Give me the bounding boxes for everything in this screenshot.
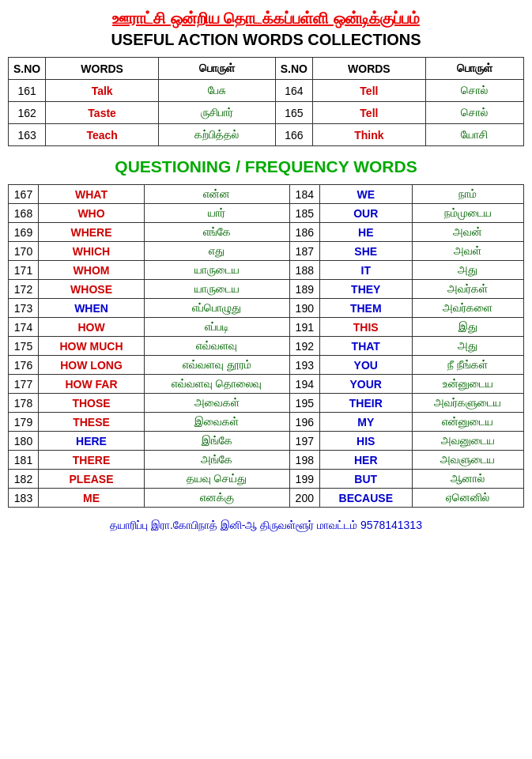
freq-sno-right: 195 <box>289 394 319 413</box>
freq-word-left: WHERE <box>39 223 145 242</box>
action-table-row: 161 Talk பேசு 164 Tell சொல் <box>9 80 524 102</box>
freq-table-row: 174 HOW எப்படி 191 THIS இது <box>9 318 524 337</box>
freq-meaning-left: இங்கே <box>145 432 290 451</box>
freq-word-right: HIS <box>319 432 412 451</box>
action-meaning-right: சொல் <box>425 102 523 124</box>
freq-table-row: 173 WHEN எப்பொழுது 190 THEM அவர்களை <box>9 299 524 318</box>
col-meaning-1: பொருள் <box>159 58 276 80</box>
freq-meaning-left: எப்படி <box>145 318 290 337</box>
freq-word-right: SHE <box>319 242 412 261</box>
freq-meaning-left: எவ்வளவு <box>145 337 290 356</box>
freq-sno-left: 181 <box>9 451 39 470</box>
freq-word-right: YOU <box>319 356 412 375</box>
action-meaning-right: யோசி <box>425 124 523 146</box>
freq-word-right: BECAUSE <box>319 489 412 508</box>
freq-meaning-left: எனக்கு <box>145 489 290 508</box>
freq-table-row: 170 WHICH எது 187 SHE அவள் <box>9 242 524 261</box>
action-sno-right: 166 <box>275 124 312 146</box>
action-table-row: 162 Taste ருசிபார் 165 Tell சொல் <box>9 102 524 124</box>
freq-meaning-right: அது <box>412 337 523 356</box>
freq-meaning-right: அவனுடைய <box>412 432 523 451</box>
action-word-left: Talk <box>46 80 159 102</box>
header-english: USEFUL ACTION WORDS COLLECTIONS <box>8 31 524 49</box>
freq-word-left: WHOSE <box>39 280 145 299</box>
freq-word-right: HER <box>319 451 412 470</box>
freq-word-left: HERE <box>39 432 145 451</box>
action-word-left: Teach <box>46 124 159 146</box>
freq-sno-right: 184 <box>289 185 319 204</box>
freq-table-row: 181 THERE அங்கே 198 HER அவளுடைய <box>9 451 524 470</box>
freq-meaning-left: அங்கே <box>145 451 290 470</box>
freq-sno-right: 189 <box>289 280 319 299</box>
freq-table-row: 180 HERE இங்கே 197 HIS அவனுடைய <box>9 432 524 451</box>
freq-word-left: THESE <box>39 413 145 432</box>
freq-meaning-left: எது <box>145 242 290 261</box>
freq-word-left: ME <box>39 489 145 508</box>
footer-text: தயாரிப்பு இரா.கோபிநாத் இனி-ஆ திருவள்ளூர்… <box>8 519 524 532</box>
freq-meaning-left: எப்பொழுது <box>145 299 290 318</box>
freq-sno-left: 182 <box>9 470 39 489</box>
col-sno-1: S.NO <box>9 58 46 80</box>
freq-word-right: HE <box>319 223 412 242</box>
freq-table-row: 169 WHERE எங்கே 186 HE அவன் <box>9 223 524 242</box>
freq-sno-right: 193 <box>289 356 319 375</box>
freq-meaning-left: யாருடைய <box>145 261 290 280</box>
freq-sno-left: 176 <box>9 356 39 375</box>
freq-meaning-left: எவ்வளவு தொலைவு <box>145 375 290 394</box>
freq-meaning-left: தயவு செய்து <box>145 470 290 489</box>
freq-word-right: THEY <box>319 280 412 299</box>
freq-meaning-right: அவர்களை <box>412 299 523 318</box>
freq-word-left: WHAT <box>39 185 145 204</box>
action-sno-left: 162 <box>9 102 46 124</box>
action-word-right: Think <box>312 124 425 146</box>
freq-word-right: MY <box>319 413 412 432</box>
action-words-table: S.NO WORDS பொருள் S.NO WORDS பொருள் 161 … <box>8 57 524 146</box>
action-word-right: Tell <box>312 102 425 124</box>
freq-word-right: THIS <box>319 318 412 337</box>
col-sno-2: S.NO <box>275 58 312 80</box>
freq-sno-right: 190 <box>289 299 319 318</box>
freq-words-table: 167 WHAT என்ன 184 WE நாம் 168 WHO யார் 1… <box>8 184 524 508</box>
freq-sno-left: 174 <box>9 318 39 337</box>
freq-sno-left: 177 <box>9 375 39 394</box>
freq-word-right: IT <box>319 261 412 280</box>
freq-word-left: THERE <box>39 451 145 470</box>
action-sno-right: 165 <box>275 102 312 124</box>
freq-meaning-left: இவைகள் <box>145 413 290 432</box>
freq-word-right: THEM <box>319 299 412 318</box>
freq-word-left: HOW FAR <box>39 375 145 394</box>
col-meaning-2: பொருள் <box>425 58 523 80</box>
freq-word-right: THAT <box>319 337 412 356</box>
freq-table-row: 183 ME எனக்கு 200 BECAUSE ஏனெனில் <box>9 489 524 508</box>
action-meaning-left: பேசு <box>159 80 276 102</box>
freq-meaning-left: யார் <box>145 204 290 223</box>
freq-sno-left: 169 <box>9 223 39 242</box>
freq-sno-left: 173 <box>9 299 39 318</box>
freq-word-right: THEIR <box>319 394 412 413</box>
freq-sno-right: 200 <box>289 489 319 508</box>
freq-meaning-right: அவளுடைய <box>412 451 523 470</box>
freq-meaning-right: என்னுடைய <box>412 413 523 432</box>
col-words-2: WORDS <box>312 58 425 80</box>
freq-table-row: 175 HOW MUCH எவ்வளவு 192 THAT அது <box>9 337 524 356</box>
freq-sno-left: 170 <box>9 242 39 261</box>
freq-meaning-left: எங்கே <box>145 223 290 242</box>
freq-sno-left: 172 <box>9 280 39 299</box>
freq-word-left: HOW <box>39 318 145 337</box>
freq-word-left: THOSE <box>39 394 145 413</box>
freq-table-row: 179 THESE இவைகள் 196 MY என்னுடைய <box>9 413 524 432</box>
freq-word-left: HOW MUCH <box>39 337 145 356</box>
section-title: QUESTIONING / FREQUENCY WORDS <box>8 157 524 176</box>
freq-sno-left: 167 <box>9 185 39 204</box>
freq-sno-right: 191 <box>289 318 319 337</box>
freq-meaning-right: உன்னுடைய <box>412 375 523 394</box>
freq-table-row: 172 WHOSE யாருடைய 189 THEY அவர்கள் <box>9 280 524 299</box>
col-words-1: WORDS <box>46 58 159 80</box>
action-meaning-right: சொல் <box>425 80 523 102</box>
freq-sno-right: 197 <box>289 432 319 451</box>
freq-meaning-right: அவன் <box>412 223 523 242</box>
freq-sno-left: 168 <box>9 204 39 223</box>
action-sno-left: 161 <box>9 80 46 102</box>
freq-meaning-right: அவர்களுடைய <box>412 394 523 413</box>
freq-sno-left: 175 <box>9 337 39 356</box>
